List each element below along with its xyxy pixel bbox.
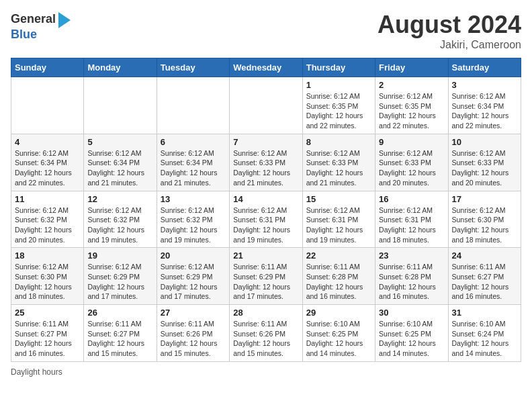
day-info: Sunrise: 6:10 AM Sunset: 6:24 PM Dayligh… [452,319,517,359]
calendar-cell [230,77,302,134]
day-info: Sunrise: 6:11 AM Sunset: 6:28 PM Dayligh… [379,262,444,302]
day-info: Sunrise: 6:12 AM Sunset: 6:32 PM Dayligh… [87,205,152,245]
day-number: 22 [306,250,371,261]
day-info: Sunrise: 6:12 AM Sunset: 6:34 PM Dayligh… [87,148,152,188]
day-number: 16 [379,194,444,204]
day-number: 29 [306,308,371,318]
day-info: Sunrise: 6:11 AM Sunset: 6:26 PM Dayligh… [233,319,298,359]
day-number: 11 [15,194,80,204]
day-number: 23 [379,250,444,261]
calendar-cell: 4Sunrise: 6:12 AM Sunset: 6:34 PM Daylig… [11,134,84,191]
calendar-cell: 13Sunrise: 6:12 AM Sunset: 6:32 PM Dayli… [157,191,229,248]
logo-arrow-icon [58,12,71,28]
logo-general: General [11,13,56,26]
weekday-header-friday: Friday [375,58,448,77]
legend: Daylight hours [11,367,521,377]
calendar-cell: 25Sunrise: 6:11 AM Sunset: 6:27 PM Dayli… [11,305,84,362]
day-number: 28 [233,308,298,318]
day-info: Sunrise: 6:12 AM Sunset: 6:29 PM Dayligh… [161,262,226,302]
calendar-cell: 14Sunrise: 6:12 AM Sunset: 6:31 PM Dayli… [230,191,302,248]
logo: General Blue [11,11,71,42]
calendar-week-3: 11Sunrise: 6:12 AM Sunset: 6:32 PM Dayli… [11,191,521,248]
calendar-cell: 21Sunrise: 6:11 AM Sunset: 6:29 PM Dayli… [230,248,302,305]
day-info: Sunrise: 6:12 AM Sunset: 6:32 PM Dayligh… [161,205,226,245]
day-number: 19 [87,250,152,261]
page-header: General Blue August 2024 Jakiri, Cameroo… [11,11,521,51]
day-number: 17 [452,194,517,204]
weekday-header-tuesday: Tuesday [157,58,229,77]
day-info: Sunrise: 6:12 AM Sunset: 6:31 PM Dayligh… [379,205,444,245]
weekday-header-thursday: Thursday [302,58,375,77]
calendar-cell: 18Sunrise: 6:12 AM Sunset: 6:30 PM Dayli… [11,248,84,305]
day-number: 12 [87,194,152,204]
calendar-table: SundayMondayTuesdayWednesdayThursdayFrid… [11,58,521,362]
calendar-cell: 6Sunrise: 6:12 AM Sunset: 6:34 PM Daylig… [157,134,229,191]
day-number: 27 [161,308,226,318]
calendar-cell: 9Sunrise: 6:12 AM Sunset: 6:33 PM Daylig… [375,134,448,191]
calendar-cell: 28Sunrise: 6:11 AM Sunset: 6:26 PM Dayli… [230,305,302,362]
day-info: Sunrise: 6:11 AM Sunset: 6:27 PM Dayligh… [15,319,80,359]
calendar-cell: 29Sunrise: 6:10 AM Sunset: 6:25 PM Dayli… [302,305,375,362]
calendar-week-1: 1Sunrise: 6:12 AM Sunset: 6:35 PM Daylig… [11,77,521,134]
calendar-cell: 24Sunrise: 6:11 AM Sunset: 6:27 PM Dayli… [448,248,521,305]
calendar-cell: 30Sunrise: 6:10 AM Sunset: 6:25 PM Dayli… [375,305,448,362]
day-info: Sunrise: 6:12 AM Sunset: 6:34 PM Dayligh… [15,148,80,188]
day-info: Sunrise: 6:12 AM Sunset: 6:35 PM Dayligh… [379,91,444,131]
day-number: 4 [15,137,80,147]
day-number: 15 [306,194,371,204]
calendar-cell: 31Sunrise: 6:10 AM Sunset: 6:24 PM Dayli… [448,305,521,362]
calendar-cell: 8Sunrise: 6:12 AM Sunset: 6:33 PM Daylig… [302,134,375,191]
day-number: 26 [87,308,152,318]
weekday-header-sunday: Sunday [11,58,84,77]
weekday-header-wednesday: Wednesday [230,58,302,77]
location-subtitle: Jakiri, Cameroon [378,39,521,51]
day-info: Sunrise: 6:11 AM Sunset: 6:26 PM Dayligh… [161,319,226,359]
day-info: Sunrise: 6:12 AM Sunset: 6:34 PM Dayligh… [161,148,226,188]
day-number: 30 [379,308,444,318]
day-info: Sunrise: 6:12 AM Sunset: 6:33 PM Dayligh… [379,148,444,188]
day-info: Sunrise: 6:10 AM Sunset: 6:25 PM Dayligh… [306,319,371,359]
calendar-cell: 10Sunrise: 6:12 AM Sunset: 6:33 PM Dayli… [448,134,521,191]
weekday-header-monday: Monday [84,58,157,77]
day-number: 9 [379,137,444,147]
day-number: 13 [161,194,226,204]
day-info: Sunrise: 6:11 AM Sunset: 6:29 PM Dayligh… [233,262,298,302]
day-number: 18 [15,250,80,261]
day-number: 10 [452,137,517,147]
calendar-cell: 27Sunrise: 6:11 AM Sunset: 6:26 PM Dayli… [157,305,229,362]
calendar-header-row: SundayMondayTuesdayWednesdayThursdayFrid… [11,58,521,77]
day-info: Sunrise: 6:12 AM Sunset: 6:30 PM Dayligh… [15,262,80,302]
calendar-cell: 19Sunrise: 6:12 AM Sunset: 6:29 PM Dayli… [84,248,157,305]
day-info: Sunrise: 6:12 AM Sunset: 6:32 PM Dayligh… [15,205,80,245]
calendar-cell: 1Sunrise: 6:12 AM Sunset: 6:35 PM Daylig… [302,77,375,134]
day-number: 2 [379,80,444,90]
day-info: Sunrise: 6:11 AM Sunset: 6:27 PM Dayligh… [452,262,517,302]
day-info: Sunrise: 6:12 AM Sunset: 6:29 PM Dayligh… [87,262,152,302]
day-number: 8 [306,137,371,147]
calendar-cell: 17Sunrise: 6:12 AM Sunset: 6:30 PM Dayli… [448,191,521,248]
calendar-cell: 12Sunrise: 6:12 AM Sunset: 6:32 PM Dayli… [84,191,157,248]
day-info: Sunrise: 6:11 AM Sunset: 6:27 PM Dayligh… [87,319,152,359]
day-info: Sunrise: 6:12 AM Sunset: 6:31 PM Dayligh… [306,205,371,245]
weekday-header-saturday: Saturday [448,58,521,77]
calendar-cell: 26Sunrise: 6:11 AM Sunset: 6:27 PM Dayli… [84,305,157,362]
day-info: Sunrise: 6:10 AM Sunset: 6:25 PM Dayligh… [379,319,444,359]
daylight-label: Daylight hours [11,367,62,377]
day-info: Sunrise: 6:12 AM Sunset: 6:33 PM Dayligh… [452,148,517,188]
day-info: Sunrise: 6:12 AM Sunset: 6:33 PM Dayligh… [233,148,298,188]
day-info: Sunrise: 6:12 AM Sunset: 6:31 PM Dayligh… [233,205,298,245]
day-number: 21 [233,250,298,261]
day-number: 24 [452,250,517,261]
day-number: 3 [452,80,517,90]
day-number: 20 [161,250,226,261]
calendar-week-2: 4Sunrise: 6:12 AM Sunset: 6:34 PM Daylig… [11,134,521,191]
day-info: Sunrise: 6:12 AM Sunset: 6:35 PM Dayligh… [306,91,371,131]
calendar-cell: 23Sunrise: 6:11 AM Sunset: 6:28 PM Dayli… [375,248,448,305]
day-number: 1 [306,80,371,90]
calendar-cell: 20Sunrise: 6:12 AM Sunset: 6:29 PM Dayli… [157,248,229,305]
day-number: 14 [233,194,298,204]
calendar-cell: 22Sunrise: 6:11 AM Sunset: 6:28 PM Dayli… [302,248,375,305]
day-number: 7 [233,137,298,147]
logo-blue: Blue [11,28,71,42]
calendar-week-4: 18Sunrise: 6:12 AM Sunset: 6:30 PM Dayli… [11,248,521,305]
